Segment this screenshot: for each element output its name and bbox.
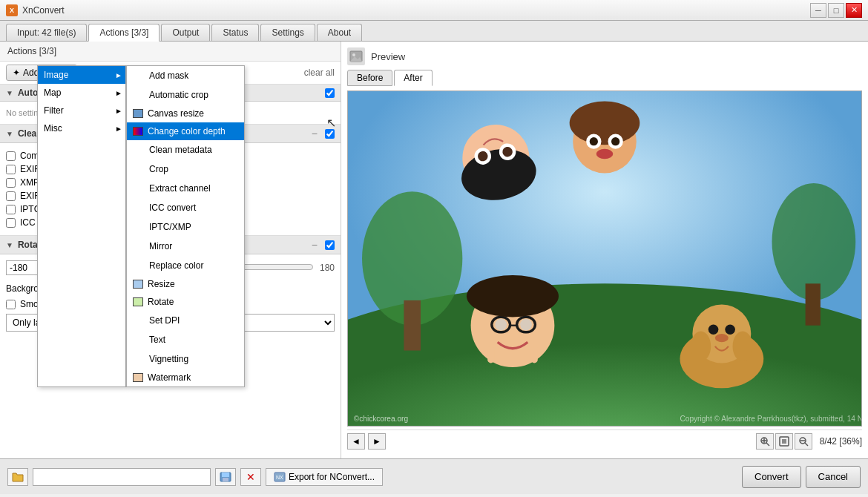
submenu-label-watermark: Watermark xyxy=(148,372,191,383)
rotate-enable-check[interactable] xyxy=(325,240,335,250)
check-exif-thumbnail[interactable] xyxy=(6,191,16,201)
delete-icon: ✕ xyxy=(246,471,255,483)
submenu-label-resize: Resize xyxy=(148,279,175,289)
submenu-label-icc-convert: ICC convert xyxy=(149,203,196,213)
tab-output[interactable]: Output xyxy=(161,24,210,41)
menu-item-map[interactable]: Map ► xyxy=(38,84,125,102)
app-title: XnConvert xyxy=(22,5,65,16)
zoom-in-button[interactable] xyxy=(756,433,774,450)
submenu-mirror[interactable]: Mirror xyxy=(127,237,244,256)
automatic-enable-check[interactable] xyxy=(325,88,335,98)
right-panel: Preview Before After xyxy=(341,42,868,458)
zoom-fit-button[interactable] xyxy=(775,433,793,450)
color-depth-icon xyxy=(133,127,143,136)
minimize-button[interactable]: ─ xyxy=(810,3,826,18)
zoom-out-button[interactable] xyxy=(795,433,812,450)
menu-item-filter[interactable]: Filter ► xyxy=(38,102,125,119)
svg-point-27 xyxy=(520,319,532,331)
save-button[interactable] xyxy=(215,468,236,486)
submenu-set-dpi[interactable]: Set DPI xyxy=(127,311,244,330)
submenu-replace-color[interactable]: Replace color xyxy=(127,256,244,275)
convert-button[interactable]: Convert xyxy=(742,466,801,488)
menu-label-misc: Misc xyxy=(44,123,62,134)
svg-rect-51 xyxy=(223,478,228,481)
smooth-check[interactable] xyxy=(6,300,16,309)
preview-icon xyxy=(347,47,365,65)
menu-item-image[interactable]: Image ► xyxy=(38,66,125,84)
submenu-canvas-resize[interactable]: Canvas resize xyxy=(127,105,244,122)
tab-about[interactable]: About xyxy=(317,24,362,41)
tab-before[interactable]: Before xyxy=(347,70,392,86)
cancel-button[interactable]: Cancel xyxy=(806,466,861,488)
preview-prev-button[interactable]: ◄ xyxy=(347,433,365,450)
submenu-label-canvas-resize: Canvas resize xyxy=(148,108,204,119)
svg-line-47 xyxy=(805,443,808,446)
submenu-label-iptc-xmp: IPTC/XMP xyxy=(149,222,191,232)
submenu-clean-metadata[interactable]: Clean metadata xyxy=(127,140,244,159)
submenu-text[interactable]: Text xyxy=(127,330,244,349)
submenu-label-extract-channel: Extract channel xyxy=(149,183,211,194)
icon-placeholder-12 xyxy=(133,353,145,365)
image-submenu: Add mask Automatic crop Canvas resize Ch… xyxy=(126,65,245,387)
preview-image-container: ©chickcorea.org Copyright © Alexandre Pa… xyxy=(347,90,862,427)
submenu-label-replace-color: Replace color xyxy=(149,260,203,271)
submenu-label-vignetting: Vignetting xyxy=(149,354,188,364)
export-label: Export for NConvert... xyxy=(289,472,375,482)
export-button[interactable]: NX Export for NConvert... xyxy=(266,468,383,486)
submenu-label-add-mask: Add mask xyxy=(149,70,188,81)
svg-point-1 xyxy=(352,53,355,56)
submenu-extract-channel[interactable]: Extract channel xyxy=(127,179,244,198)
maximize-button[interactable]: □ xyxy=(828,3,844,18)
submenu-rotate[interactable]: Rotate xyxy=(127,293,244,311)
tab-settings[interactable]: Settings xyxy=(260,24,315,41)
arrow-icon-3: ▼ xyxy=(6,241,13,249)
check-iptc[interactable] xyxy=(6,205,16,214)
clean-metadata-enable-check[interactable] xyxy=(325,129,335,139)
close-button[interactable]: ✕ xyxy=(846,3,862,18)
tab-bar: Input: 42 file(s) Actions [3/3] Output S… xyxy=(0,21,868,42)
menu-item-misc[interactable]: Misc ► xyxy=(38,119,125,137)
submenu-watermark[interactable]: Watermark xyxy=(127,369,244,386)
preview-image: ©chickcorea.org Copyright © Alexandre Pa… xyxy=(348,91,861,426)
preview-next-button[interactable]: ► xyxy=(368,433,386,450)
svg-point-20 xyxy=(611,137,619,145)
delete-button[interactable]: ✕ xyxy=(240,468,261,486)
submenu-iptc-xmp[interactable]: IPTC/XMP xyxy=(127,217,244,237)
icon-placeholder-4 xyxy=(133,163,145,175)
svg-rect-8 xyxy=(806,283,821,325)
submenu-label-text: Text xyxy=(149,335,165,345)
check-xmp[interactable] xyxy=(6,178,16,188)
icon-placeholder-11 xyxy=(133,334,145,346)
tab-after[interactable]: After xyxy=(394,70,432,86)
preview-toolbar: ◄ ► 8/42 [36%] xyxy=(347,429,862,452)
path-input[interactable] xyxy=(33,468,211,486)
preview-info: 8/42 [36%] xyxy=(820,436,862,447)
arrow-icon: ▼ xyxy=(6,89,13,97)
submenu-crop[interactable]: Crop xyxy=(127,159,244,179)
check-exif[interactable] xyxy=(6,165,16,174)
submenu-change-color-depth[interactable]: Change color depth xyxy=(127,122,244,140)
submenu-automatic-crop[interactable]: Automatic crop xyxy=(127,85,244,105)
svg-rect-29 xyxy=(531,346,538,363)
submenu-vignetting[interactable]: Vignetting xyxy=(127,349,244,369)
submenu-resize[interactable]: Resize xyxy=(127,275,244,293)
clear-all-button[interactable]: clear all xyxy=(304,68,335,78)
folder-button[interactable] xyxy=(7,468,28,486)
menu-label-filter: Filter xyxy=(44,105,64,116)
tab-actions[interactable]: Actions [3/3] xyxy=(88,24,160,42)
submenu-add-mask[interactable]: Add mask xyxy=(127,66,244,85)
preview-tabs: Before After xyxy=(347,70,862,86)
tab-status[interactable]: Status xyxy=(211,24,259,41)
resize-icon xyxy=(133,280,143,289)
submenu-icc-convert[interactable]: ICC convert xyxy=(127,198,244,217)
svg-point-35 xyxy=(708,325,719,335)
submenu-label-mirror: Mirror xyxy=(149,241,172,251)
svg-text:NX: NX xyxy=(276,475,283,480)
check-icc-profile[interactable] xyxy=(6,218,16,228)
submenu-label-crop: Crop xyxy=(149,164,168,174)
svg-point-30 xyxy=(467,275,559,317)
tab-input[interactable]: Input: 42 file(s) xyxy=(6,24,87,41)
svg-point-36 xyxy=(725,325,735,335)
check-comment[interactable] xyxy=(6,151,16,161)
dropdown-overlay: Image ► Map ► Filter ► Misc ► xyxy=(37,65,245,387)
